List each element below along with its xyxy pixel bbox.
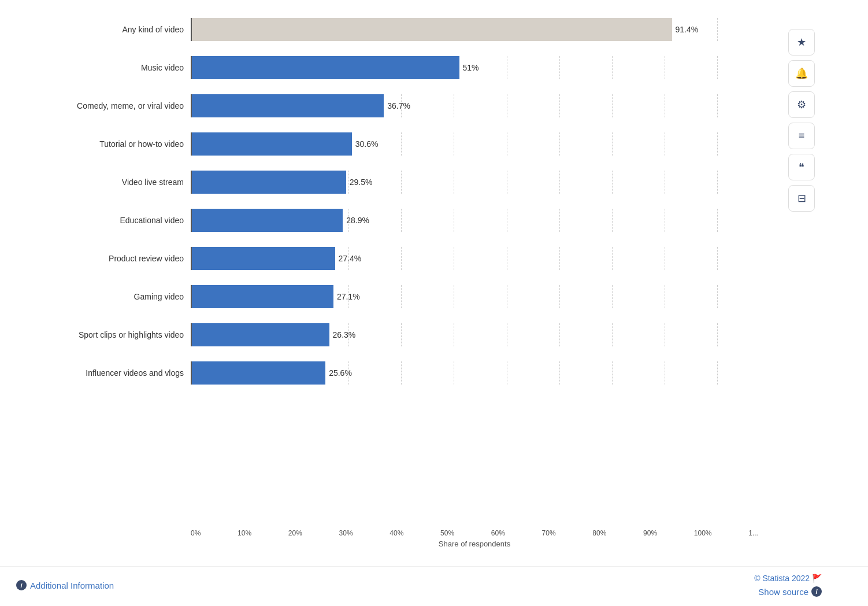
bar-label: Music video (23, 62, 191, 73)
bar-track-wrapper: 27.4% (191, 247, 770, 270)
star-button[interactable]: ★ (788, 29, 815, 56)
bar-track-wrapper: 25.6% (191, 361, 770, 385)
show-source-label: Show source (758, 587, 808, 597)
bar-label: Comedy, meme, or viral video (23, 101, 191, 111)
bar-value-label: 26.3% (333, 330, 356, 339)
bar-track-wrapper: 28.9% (191, 209, 770, 232)
bar-row: Comedy, meme, or viral video36.7% (23, 88, 770, 124)
x-axis-label: 1... (748, 529, 758, 537)
footer-right: © Statista 2022 🚩 Show source i (754, 574, 822, 597)
x-axis-label: 50% (440, 529, 454, 537)
bar-value-label: 91.4% (676, 25, 699, 34)
show-source-button[interactable]: Show source i (758, 586, 822, 597)
bar-row: Tutorial or how-to video30.6% (23, 126, 770, 162)
bar-label: Tutorial or how-to video (23, 139, 191, 149)
bar-track-wrapper: 51% (191, 56, 770, 79)
additional-info-button[interactable]: i Additional Information (16, 580, 114, 590)
x-axis-label: 80% (592, 529, 606, 537)
bar-fill (191, 361, 325, 385)
print-button[interactable]: ⊟ (788, 185, 815, 212)
x-axis-label: 100% (694, 529, 712, 537)
source-info-icon: i (811, 586, 822, 597)
bar-track-wrapper: 36.7% (191, 94, 770, 117)
bar-fill (191, 323, 329, 346)
info-icon: i (16, 580, 27, 590)
bar-fill (191, 18, 672, 41)
bars-section: Any kind of video91.4%Music video51%Come… (23, 12, 770, 526)
chart-main: Any kind of video91.4%Music video51%Come… (12, 12, 781, 555)
bar-fill (191, 171, 346, 194)
bar-row: Sport clips or highlights video26.3% (23, 317, 770, 353)
bar-value-label: 51% (463, 63, 479, 72)
bell-button[interactable]: 🔔 (788, 60, 815, 87)
statista-credit: © Statista 2022 🚩 (754, 574, 822, 583)
bar-track-wrapper: 29.5% (191, 171, 770, 194)
bar-value-label: 30.6% (355, 139, 379, 149)
bar-label: Educational video (23, 215, 191, 226)
x-axis-label: 10% (238, 529, 251, 537)
bar-track-wrapper: 27.1% (191, 285, 770, 308)
bar-row: Gaming video27.1% (23, 279, 770, 315)
bar-track-wrapper: 30.6% (191, 132, 770, 156)
x-axis-label: 40% (390, 529, 403, 537)
x-axis-label: 20% (288, 529, 302, 537)
share-button[interactable]: ≡ (788, 123, 815, 149)
additional-info-label: Additional Information (30, 581, 114, 590)
bar-row: Influencer videos and vlogs25.6% (23, 355, 770, 391)
x-axis-label: 70% (542, 529, 556, 537)
bar-label: Sport clips or highlights video (23, 330, 191, 340)
chart-area: Any kind of video91.4%Music video51%Come… (0, 0, 868, 566)
bar-label: Product review video (23, 253, 191, 264)
bar-row: Any kind of video91.4% (23, 12, 770, 47)
x-axis-label: 30% (339, 529, 353, 537)
chart-footer: i Additional Information © Statista 2022… (0, 566, 868, 606)
chart-container: Any kind of video91.4%Music video51%Come… (0, 0, 868, 606)
x-axis-section: 0%10%20%30%40%50%60%70%80%90%100%1... Sh… (191, 526, 770, 555)
x-axis-labels: 0%10%20%30%40%50%60%70%80%90%100%1... (191, 526, 758, 537)
bar-label: Video live stream (23, 177, 191, 187)
quote-button[interactable]: ❝ (788, 154, 815, 180)
bar-track-wrapper: 91.4% (191, 18, 770, 41)
bar-row: Video live stream29.5% (23, 164, 770, 200)
bar-track-wrapper: 26.3% (191, 323, 770, 346)
x-axis-title: Share of respondents (191, 540, 758, 548)
bar-value-label: 27.1% (337, 292, 360, 301)
bar-row: Music video51% (23, 50, 770, 86)
bar-fill (191, 132, 352, 156)
bar-label: Any kind of video (23, 24, 191, 35)
bar-label: Influencer videos and vlogs (23, 368, 191, 378)
bar-row: Product review video27.4% (23, 241, 770, 276)
bar-value-label: 25.6% (329, 368, 352, 378)
right-sidebar: ★🔔⚙≡❝⊟ (781, 12, 822, 555)
gear-button[interactable]: ⚙ (788, 91, 815, 118)
x-axis-label: 90% (643, 529, 657, 537)
bar-value-label: 29.5% (350, 178, 373, 187)
bar-fill (191, 247, 335, 270)
bar-fill (191, 209, 343, 232)
bar-value-label: 36.7% (387, 101, 410, 110)
bar-fill (191, 56, 459, 79)
bar-label: Gaming video (23, 291, 191, 302)
x-axis-label: 60% (491, 529, 505, 537)
x-axis-label: 0% (191, 529, 201, 537)
bar-value-label: 27.4% (339, 254, 362, 263)
bar-value-label: 28.9% (346, 216, 369, 225)
bar-fill (191, 94, 384, 117)
flag-icon: 🚩 (812, 574, 822, 583)
bar-fill (191, 285, 333, 308)
bar-row: Educational video28.9% (23, 202, 770, 238)
